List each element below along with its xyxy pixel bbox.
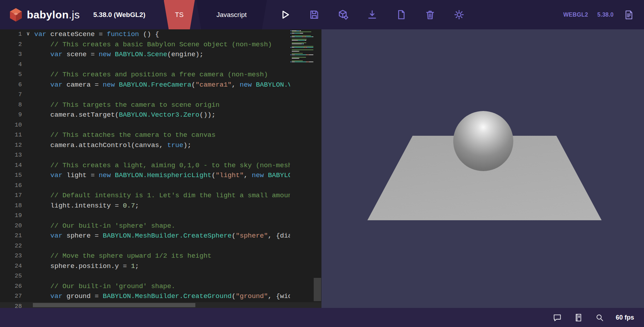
code-line[interactable]: 23 // Move the sphere upward 1/2 its hei…: [0, 251, 321, 261]
fold-chevron-icon[interactable]: [22, 181, 34, 191]
line-number[interactable]: 4: [0, 60, 22, 70]
fold-chevron-icon[interactable]: [22, 160, 34, 171]
code-line[interactable]: 6 var camera = new BABYLON.FreeCamera("c…: [0, 80, 321, 90]
code-line[interactable]: 26 // Our built-in 'ground' shape.: [0, 281, 321, 292]
line-number[interactable]: 18: [0, 201, 22, 211]
horizontal-scrollbar[interactable]: [0, 302, 321, 308]
tab-typescript[interactable]: TS: [164, 0, 195, 29]
fold-chevron-icon[interactable]: [22, 170, 34, 181]
code-text[interactable]: // This creates a basic Babylon Scene ob…: [34, 40, 272, 50]
code-line[interactable]: 9 camera.setTarget(BABYLON.Vector3.Zero(…: [0, 110, 321, 120]
fold-chevron-icon[interactable]: [22, 211, 34, 221]
code-line[interactable]: 5 // This creates and positions a free c…: [0, 70, 321, 80]
code-line[interactable]: 3 var scene = new BABYLON.Scene(engine);: [0, 49, 321, 60]
line-number[interactable]: 20: [0, 221, 22, 231]
code-text[interactable]: // Default intensity is 1. Let's dim the…: [34, 191, 296, 201]
download-button[interactable]: [365, 7, 380, 23]
fold-chevron-icon[interactable]: [22, 130, 34, 140]
line-number[interactable]: 1: [0, 29, 22, 40]
fold-chevron-icon[interactable]: [22, 49, 34, 60]
fold-chevron-icon[interactable]: [22, 140, 34, 151]
scrollbar-thumb[interactable]: [314, 278, 321, 301]
fold-chevron-icon[interactable]: [22, 271, 34, 281]
code-line[interactable]: 20 // Our built-in 'sphere' shape.: [0, 221, 321, 231]
fold-chevron-icon[interactable]: [22, 251, 34, 261]
code-line[interactable]: 4: [0, 60, 321, 70]
fold-chevron-icon[interactable]: [22, 231, 34, 241]
code-text[interactable]: var ground = BABYLON.MeshBuilder.CreateG…: [34, 291, 321, 302]
line-number[interactable]: 27: [0, 291, 22, 302]
code-line[interactable]: 8 // This targets the camera to scene or…: [0, 100, 321, 110]
code-line[interactable]: 7: [0, 90, 321, 100]
fold-chevron-icon[interactable]: [22, 100, 34, 110]
code-line[interactable]: 1∨var createScene = function () {: [0, 29, 321, 40]
line-number[interactable]: 25: [0, 271, 22, 281]
code-line[interactable]: 13: [0, 150, 321, 160]
line-number[interactable]: 5: [0, 70, 22, 80]
code-line[interactable]: 12 camera.attachControl(canvas, true);: [0, 140, 321, 151]
line-number[interactable]: 13: [0, 150, 22, 160]
fold-chevron-icon[interactable]: [22, 80, 34, 90]
code-text[interactable]: // This creates and positions a free cam…: [34, 70, 268, 80]
logo[interactable]: babylon.js: [8, 7, 80, 22]
code-text[interactable]: // Our built-in 'ground' shape.: [34, 281, 175, 292]
code-line[interactable]: 10: [0, 120, 321, 130]
code-text[interactable]: var camera = new BABYLON.FreeCamera("cam…: [34, 80, 321, 90]
line-number[interactable]: 19: [0, 211, 22, 221]
fold-chevron-icon[interactable]: ∨: [22, 29, 34, 40]
fold-chevron-icon[interactable]: [22, 110, 34, 120]
line-number[interactable]: 14: [0, 160, 22, 171]
line-number[interactable]: 24: [0, 261, 22, 271]
fold-chevron-icon[interactable]: [22, 90, 34, 100]
feedback-button[interactable]: [552, 312, 563, 323]
code-line[interactable]: 17 // Default intensity is 1. Let's dim …: [0, 191, 321, 201]
code-line[interactable]: 25: [0, 271, 321, 281]
fold-chevron-icon[interactable]: [22, 150, 34, 160]
save-button[interactable]: [307, 7, 322, 23]
code-line[interactable]: 18 light.intensity = 0.7;: [0, 201, 321, 211]
settings-button[interactable]: [451, 7, 467, 23]
fold-chevron-icon[interactable]: [22, 120, 34, 130]
fold-chevron-icon[interactable]: [22, 291, 34, 302]
line-number[interactable]: 8: [0, 100, 22, 110]
fold-chevron-icon[interactable]: [22, 70, 34, 80]
fold-chevron-icon[interactable]: [22, 40, 34, 50]
line-number[interactable]: 7: [0, 90, 22, 100]
code-line[interactable]: 19: [0, 211, 321, 221]
examples-button[interactable]: [623, 9, 635, 21]
line-number[interactable]: 15: [0, 170, 22, 181]
code-text[interactable]: var scene = new BABYLON.Scene(engine);: [34, 49, 203, 60]
code-text[interactable]: // Move the sphere upward 1/2 its height: [34, 251, 212, 261]
line-number[interactable]: 11: [0, 130, 22, 140]
docs-button[interactable]: [573, 312, 584, 323]
vertical-scrollbar[interactable]: [313, 29, 321, 302]
fold-chevron-icon[interactable]: [22, 221, 34, 231]
line-number[interactable]: 26: [0, 281, 22, 292]
tab-javascript[interactable]: Javascript: [196, 0, 267, 29]
code-line[interactable]: 21 var sphere = BABYLON.MeshBuilder.Crea…: [0, 231, 321, 241]
render-canvas[interactable]: [321, 29, 644, 308]
code-editor[interactable]: 1∨var createScene = function () {2 // Th…: [0, 29, 321, 308]
search-button[interactable]: [595, 312, 605, 323]
minimap[interactable]: [290, 29, 313, 302]
code-text[interactable]: camera.setTarget(BABYLON.Vector3.Zero())…: [34, 110, 215, 120]
line-number[interactable]: 10: [0, 120, 22, 130]
line-number[interactable]: 6: [0, 80, 22, 90]
code-line[interactable]: 16: [0, 181, 321, 191]
code-line[interactable]: 24 sphere.position.y = 1;: [0, 261, 321, 271]
fold-chevron-icon[interactable]: [22, 261, 34, 271]
line-number[interactable]: 12: [0, 140, 22, 151]
code-text[interactable]: var sphere = BABYLON.MeshBuilder.CreateS…: [34, 231, 321, 241]
horizontal-scrollbar-thumb[interactable]: [33, 303, 195, 307]
new-file-button[interactable]: [394, 7, 409, 23]
fold-chevron-icon[interactable]: [22, 201, 34, 211]
line-number[interactable]: 2: [0, 40, 22, 50]
code-line[interactable]: 2 // This creates a basic Babylon Scene …: [0, 40, 321, 50]
line-number[interactable]: 21: [0, 231, 22, 241]
clear-button[interactable]: [423, 7, 438, 23]
inspector-button[interactable]: [336, 7, 351, 23]
code-line[interactable]: 22: [0, 241, 321, 251]
code-text[interactable]: var createScene = function () {: [34, 29, 159, 40]
code-text[interactable]: // This creates a light, aiming 0,1,0 - …: [34, 160, 296, 171]
fold-chevron-icon[interactable]: [22, 60, 34, 70]
